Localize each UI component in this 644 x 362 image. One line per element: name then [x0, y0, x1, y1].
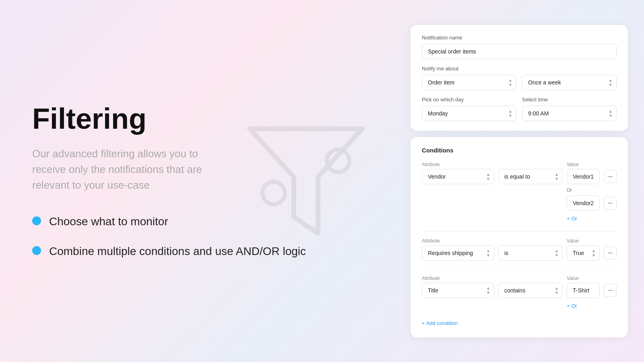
op-col-header-1: [498, 162, 563, 167]
op-col-header-2: [498, 238, 563, 244]
page-title: Filtering: [32, 103, 362, 135]
op-select-1[interactable]: is equal to is not equal to contains: [498, 169, 563, 184]
name-label: Notification name: [422, 35, 617, 41]
value-input-1[interactable]: [567, 169, 600, 184]
svg-rect-2: [608, 176, 613, 177]
conditions-card: Conditions Attribute Value Vendor Title …: [411, 137, 628, 337]
notification-name-section: Notification name: [422, 35, 617, 59]
condition-row-3: Title Vendor Requires shipping ▲▼ contai…: [422, 283, 617, 298]
feature-text-2: Combine multiple conditions and use AND/…: [49, 244, 306, 259]
time-label: Select time: [522, 97, 617, 103]
freq-label: [522, 66, 617, 72]
attr-select-3[interactable]: Title Vendor Requires shipping: [422, 283, 494, 298]
add-or-btn-1[interactable]: + Or: [567, 214, 577, 223]
notify-row: Notify me about Order item Order Product…: [422, 66, 617, 90]
feature-item-2: Combine multiple conditions and use AND/…: [32, 244, 362, 259]
time-select[interactable]: 9:00 AM 10:00 AM 11:00 AM: [522, 106, 617, 121]
val-col-header-3: Value: [567, 276, 617, 281]
attr-col-header-2: Attribute: [422, 238, 494, 244]
attr-select-wrap-3: Title Vendor Requires shipping ▲▼: [422, 283, 494, 298]
feature-list: Choose what to monitor Combine multiple …: [32, 214, 362, 259]
svg-rect-5: [608, 290, 613, 291]
notification-card: Notification name Notify me about Order …: [411, 25, 628, 131]
op-select-3[interactable]: contains is equal to starts with: [498, 283, 563, 298]
time-select-wrapper: 9:00 AM 10:00 AM 11:00 AM ▲▼: [522, 106, 617, 121]
delete-condition-3[interactable]: [604, 284, 617, 297]
condition-block-1: Attribute Value Vendor Title Requires sh…: [422, 162, 617, 223]
frequency-section: Once a week Daily Hourly ▲▼: [522, 66, 617, 90]
separator-2: [422, 269, 617, 269]
svg-rect-3: [608, 203, 613, 204]
attr-select-wrap-1: Vendor Title Requires shipping ▲▼: [422, 169, 494, 184]
feature-text-1: Choose what to monitor: [49, 214, 168, 229]
delete-condition-2[interactable]: [604, 247, 617, 259]
add-condition-button[interactable]: + Add condition: [422, 319, 458, 328]
attr-select-wrap-2: Requires shipping Vendor Title ▲▼: [422, 245, 494, 261]
left-panel: Filtering Our advanced filtering allows …: [0, 79, 394, 283]
delete-or-value-1[interactable]: [604, 197, 617, 210]
attr-select-2[interactable]: Requires shipping Vendor Title: [422, 245, 494, 261]
headers-row-1: Attribute Value: [422, 162, 617, 167]
bullet-dot-2: [32, 246, 41, 255]
notify-select-wrapper: Order item Order Product ▲▼: [422, 75, 516, 90]
delete-condition-1[interactable]: [604, 170, 617, 183]
val-col-header-2: Value: [567, 238, 617, 244]
val-wrap-1: [567, 169, 600, 184]
day-label: Pick on which day: [422, 97, 516, 103]
val-col-header-1: Value: [567, 162, 617, 167]
or-label-1: Or: [567, 187, 617, 193]
op-select-wrap-2: is is not ▲▼: [498, 245, 563, 261]
svg-rect-4: [608, 253, 613, 253]
conditions-title: Conditions: [422, 147, 617, 154]
op-select-wrap-3: contains is equal to starts with ▲▼: [498, 283, 563, 298]
notify-select[interactable]: Order item Order Product: [422, 75, 516, 90]
svg-point-1: [327, 150, 349, 172]
bullet-dot-1: [32, 216, 41, 225]
headers-row-3: Attribute Value: [422, 276, 617, 281]
day-select[interactable]: Monday Tuesday Wednesday Thursday Friday: [422, 106, 516, 121]
svg-point-0: [262, 182, 285, 204]
attr-col-header-3: Attribute: [422, 276, 494, 281]
op-col-header-3: [498, 276, 563, 281]
notification-name-input[interactable]: [422, 44, 617, 59]
or-value-row-1: [567, 195, 617, 211]
val-wrap-3: [567, 283, 600, 298]
or-value-input-1[interactable]: [567, 195, 600, 211]
attr-col-header-1: Attribute: [422, 162, 494, 167]
op-select-wrap-1: is equal to is not equal to contains ▲▼: [498, 169, 563, 184]
subtitle: Our advanced filtering allows you to rec…: [32, 146, 233, 193]
notify-about-section: Notify me about Order item Order Product…: [422, 66, 516, 90]
condition-block-2: Attribute Value Requires shipping Vendor…: [422, 238, 617, 261]
time-section: Select time 9:00 AM 10:00 AM 11:00 AM ▲▼: [522, 97, 617, 121]
freq-select-wrapper: Once a week Daily Hourly ▲▼: [522, 75, 617, 90]
separator-1: [422, 231, 617, 232]
right-panel: Notification name Notify me about Order …: [394, 13, 644, 350]
add-or-btn-3[interactable]: + Or: [567, 301, 577, 311]
freq-select[interactable]: Once a week Daily Hourly: [522, 75, 617, 90]
value-input-3[interactable]: [567, 283, 600, 298]
condition-row-1: Vendor Title Requires shipping ▲▼ is equ…: [422, 169, 617, 184]
feature-item-1: Choose what to monitor: [32, 214, 362, 229]
day-select-wrapper: Monday Tuesday Wednesday Thursday Friday…: [422, 106, 516, 121]
day-time-row: Pick on which day Monday Tuesday Wednesd…: [422, 97, 617, 121]
headers-row-2: Attribute Value: [422, 238, 617, 244]
condition-row-2: Requires shipping Vendor Title ▲▼ is is …: [422, 245, 617, 261]
attr-select-1[interactable]: Vendor Title Requires shipping: [422, 169, 494, 184]
op-select-2[interactable]: is is not: [498, 245, 563, 261]
notify-label: Notify me about: [422, 66, 516, 72]
val-select-2[interactable]: True False: [567, 245, 600, 261]
day-section: Pick on which day Monday Tuesday Wednesd…: [422, 97, 516, 121]
condition-block-3: Attribute Value Title Vendor Requires sh…: [422, 276, 617, 311]
val-wrap-2: True False ▲▼: [567, 245, 600, 261]
